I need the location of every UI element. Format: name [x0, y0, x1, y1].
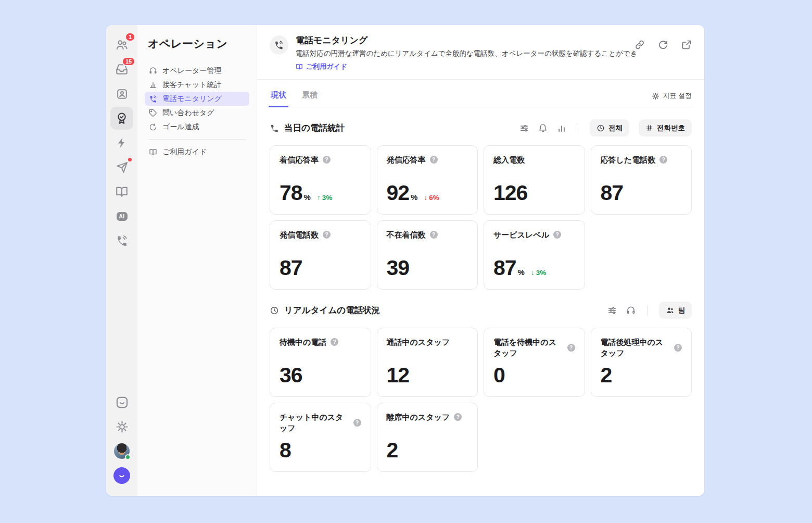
sidebar-item-contacts[interactable]: 1	[110, 33, 133, 56]
tab-cumulative[interactable]: 累積	[301, 87, 319, 107]
help-icon[interactable]: ?	[430, 156, 438, 164]
time-range-all-button[interactable]: 전체	[590, 119, 629, 136]
channel-logo-icon	[113, 467, 130, 484]
filter-sliders-icon[interactable]	[607, 306, 617, 315]
today-section-tools: 전체 전화번호	[519, 119, 692, 136]
phone-wave-icon	[116, 234, 128, 247]
refresh-icon[interactable]	[658, 40, 668, 50]
stat-delta: ↑3%	[317, 194, 332, 202]
realtime-stat-cards: 待機中の電話 ? 36 通話中のスタッフ 12	[270, 328, 692, 472]
stat-value: 36	[280, 363, 302, 388]
open-book-icon	[115, 185, 129, 198]
filter-sliders-icon[interactable]	[519, 123, 529, 133]
sidebar-item-phone-monitoring[interactable]: 電話モニタリング	[145, 92, 249, 106]
phone-number-filter-button[interactable]: 전화번호	[639, 119, 692, 136]
sidebar-item-operation[interactable]	[110, 107, 133, 130]
bar-chart-icon	[149, 81, 157, 89]
sidebar-item-inquiry-tags[interactable]: 問い合わせタグ	[145, 106, 249, 120]
stat-label: 応答した電話数	[601, 154, 656, 165]
stat-label: 待機中の電話	[280, 337, 326, 347]
ai-icon: AI	[117, 212, 128, 221]
stat-card-staff-away: 離席中のスタッフ ? 2	[377, 403, 478, 472]
stat-card-staff-after-call-work: 電話後処理中のスタッフ ? 2	[591, 328, 692, 397]
stat-card-outbound-calls: 発信電話数 ? 87	[270, 220, 371, 290]
tab-current[interactable]: 現状	[270, 87, 287, 107]
sidebar-item-goal[interactable]: ゴール達成	[145, 120, 249, 134]
bell-icon[interactable]	[538, 123, 548, 133]
people-icon	[666, 306, 675, 315]
stat-card-service-level: サービスレベル ? 87 % ↓3%	[484, 220, 585, 290]
sidebar-item-label: 電話モニタリング	[162, 94, 222, 104]
help-icon[interactable]: ?	[331, 338, 338, 346]
guide-link[interactable]: ご利用ガイド	[296, 62, 347, 71]
stat-card-staff-waiting-for-calls: 電話を待機中のスタッフ ? 0	[484, 328, 585, 397]
stat-value: 8	[280, 438, 291, 463]
help-icon[interactable]: ?	[353, 419, 361, 427]
sidebar-item-label: オペレーター管理	[162, 66, 221, 76]
sidebar-item-chat-stats[interactable]: 接客チャット統計	[145, 78, 249, 92]
realtime-section-header: リアルタイムの電話状況 팀	[270, 295, 692, 328]
stat-card-inbound-answer-rate: 着信応答率 ? 78 % ↑3%	[270, 145, 371, 215]
sidebar-item-marketing[interactable]	[110, 156, 133, 179]
tools-divider	[647, 305, 648, 316]
help-icon[interactable]: ?	[553, 231, 561, 239]
inbox-badge: 15	[122, 57, 135, 66]
user-avatar[interactable]	[110, 440, 133, 463]
stat-card-staff-on-call: 通話中のスタッフ 12	[377, 328, 478, 397]
clock-icon	[597, 124, 605, 132]
stat-label: 発信電話数	[280, 229, 319, 240]
help-icon[interactable]: ?	[323, 156, 331, 164]
team-filter-button[interactable]: 팀	[659, 302, 692, 319]
online-status-dot	[125, 454, 131, 460]
phone-icon	[270, 123, 279, 133]
header-texts: 電話モニタリング 電話対応の円滑な運営のためにリアルタイムで全般的な電話数、オペ…	[296, 34, 627, 72]
headset-icon[interactable]	[626, 306, 636, 315]
stat-label: 発信応答率	[387, 154, 426, 165]
copy-link-icon[interactable]	[635, 40, 645, 50]
stat-label: 通話中のスタッフ	[387, 337, 450, 347]
stat-delta: ↓6%	[424, 194, 439, 202]
sidebar-item-operator-management[interactable]: オペレーター管理	[145, 64, 249, 78]
help-icon[interactable]: ?	[430, 231, 438, 239]
stat-label: 離席中のスタッフ	[387, 412, 450, 422]
contacts-badge: 1	[125, 32, 135, 42]
stat-value: 2	[601, 363, 612, 388]
tag-icon	[149, 109, 157, 117]
sidebar-item-inbox[interactable]: 15	[110, 58, 133, 81]
paper-plane-icon	[116, 161, 129, 174]
sidebar-item-guide[interactable]: ご利用ガイド	[145, 145, 249, 159]
avatar	[114, 443, 130, 459]
stat-value: 87	[280, 256, 302, 280]
stat-value: 2	[387, 438, 398, 463]
open-book-icon	[296, 63, 303, 70]
stat-card-missed-calls: 不在着信数 ? 39	[377, 220, 478, 290]
settings-button[interactable]	[110, 415, 133, 438]
help-icon[interactable]: ?	[454, 413, 462, 421]
operation-sidebar: オペレーション オペレーター管理 接客チャット統計 電話モニタリング 問い合わせ…	[137, 25, 257, 496]
stat-value: 78	[280, 181, 302, 205]
help-icon[interactable]: ?	[674, 344, 682, 352]
stat-value: 87	[493, 256, 516, 280]
stat-label: サービスレベル	[493, 229, 549, 240]
today-stat-cards: 着信応答率 ? 78 % ↑3% 発信応答率 ? 92	[270, 145, 692, 290]
arrow-down-icon: ↓	[531, 269, 535, 277]
help-icon[interactable]: ?	[323, 231, 331, 239]
sidebar-item-ai[interactable]: AI	[110, 205, 133, 228]
help-icon[interactable]: ?	[567, 344, 575, 352]
help-icon[interactable]: ?	[659, 156, 667, 164]
sidebar-title: オペレーション	[145, 36, 249, 51]
stat-unit: %	[304, 193, 311, 202]
sidebar-item-knowledge[interactable]	[110, 180, 133, 203]
today-section-title: 当日の電話統計	[284, 122, 345, 134]
phone-number-filter-label: 전화번호	[657, 123, 685, 133]
chart-bars-icon[interactable]	[557, 123, 566, 133]
sidebar-item-customers[interactable]	[110, 82, 133, 105]
brand-logo-button[interactable]	[110, 464, 133, 487]
gear-icon	[652, 92, 659, 100]
channel-widget-button[interactable]	[110, 391, 133, 414]
stat-label: 電話を待機中のスタッフ	[493, 337, 563, 358]
sidebar-item-phone[interactable]	[110, 229, 133, 252]
external-link-icon[interactable]	[681, 40, 692, 50]
metric-settings-button[interactable]: 지표 설정	[652, 91, 692, 107]
sidebar-item-automation[interactable]	[110, 131, 133, 154]
